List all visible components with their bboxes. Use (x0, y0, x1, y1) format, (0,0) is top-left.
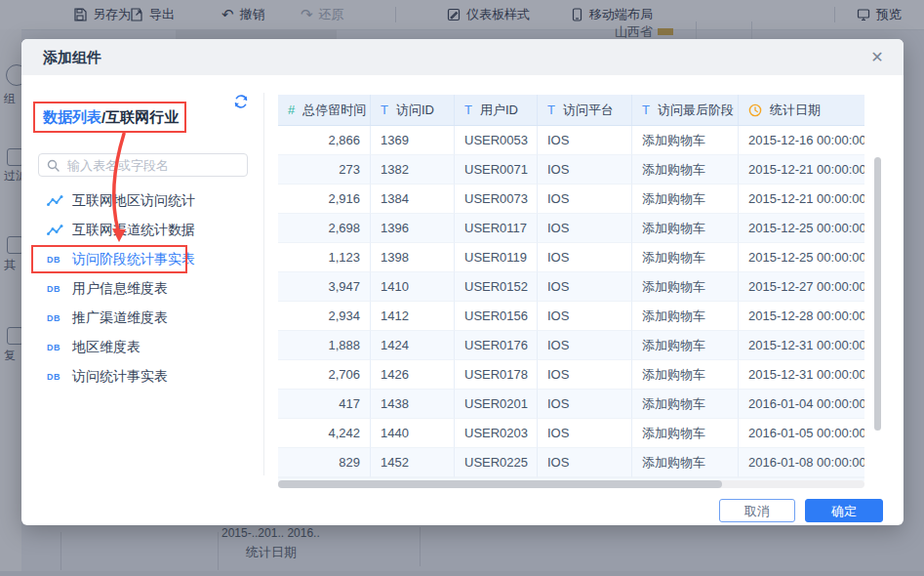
refresh-icon[interactable] (232, 93, 250, 110)
dataset-table-label: 互联网地区访问统计 (72, 192, 195, 210)
database-icon: DB (47, 372, 60, 382)
table-row: 1,8881424USER0176IOS添加购物车2015-12-31 00:0… (278, 331, 864, 360)
table-cell: 2016-01-05 00:00:00 (739, 419, 864, 448)
table-cell: 2015-12-25 00:00:00 (739, 243, 864, 272)
table-row: 2731382USER0071IOS添加购物车2015-12-21 00:00:… (278, 155, 864, 185)
table-cell: 2,706 (278, 360, 371, 390)
table-cell: 添加购物车 (632, 390, 739, 419)
column-header-label: 访问平台 (563, 102, 614, 119)
table-cell: USER0119 (455, 243, 538, 272)
table-cell: IOS (538, 155, 632, 185)
cancel-button[interactable]: 取消 (719, 499, 795, 522)
horizontal-scrollbar-thumb[interactable] (278, 480, 722, 488)
table-cell: 1410 (371, 272, 455, 302)
preview-table-header: #总停留时间T访问IDT用户IDT访问平台T访问最后阶段统计日期 (278, 95, 864, 126)
dataset-breadcrumb-annotation-box: 数据列表/互联网行业 (33, 102, 186, 133)
column-header-label: 访问ID (396, 102, 434, 119)
table-cell: 2015-12-16 00:00:00 (739, 126, 864, 155)
table-cell: IOS (538, 390, 632, 419)
dataset-table-item-6[interactable]: DB地区维度表 (21, 333, 263, 362)
table-cell: USER0156 (455, 302, 538, 331)
table-cell: 4,242 (278, 419, 371, 448)
table-cell: 添加购物车 (632, 155, 739, 185)
table-cell: 2015-12-31 00:00:00 (739, 360, 864, 390)
table-cell: 3,947 (278, 272, 371, 302)
table-cell: 添加购物车 (632, 126, 739, 155)
table-cell: USER0225 (455, 448, 538, 477)
table-cell: 273 (278, 155, 371, 185)
table-cell: 2,916 (278, 185, 371, 214)
text-type-icon: T (464, 103, 472, 117)
number-type-icon: # (288, 103, 295, 117)
confirm-button[interactable]: 确定 (805, 499, 883, 522)
table-cell: IOS (538, 243, 632, 272)
dataset-table-item-7[interactable]: DB访问统计事实表 (21, 362, 263, 391)
breadcrumb-root-link[interactable]: 数据列表 (43, 108, 101, 127)
table-cell: 2015-12-28 00:00:00 (739, 302, 864, 331)
table-cell: 2016-01-08 00:00:00 (739, 448, 864, 477)
column-header-3[interactable]: T用户ID (455, 95, 538, 125)
close-icon[interactable]: ✕ (866, 47, 888, 68)
table-cell: 添加购物车 (632, 302, 739, 331)
database-icon: DB (47, 284, 60, 294)
table-cell: 添加购物车 (632, 331, 739, 360)
modal-title: 添加组件 (43, 39, 101, 75)
table-cell: IOS (538, 272, 632, 302)
horizontal-scrollbar-track (278, 480, 864, 488)
table-cell: 2,866 (278, 126, 371, 155)
preview-table-body: 2,8661369USER0053IOS添加购物车2015-12-16 00:0… (278, 126, 864, 477)
table-row: 2,6981396USER0117IOS添加购物车2015-12-25 00:0… (278, 214, 864, 243)
table-cell: IOS (538, 360, 632, 390)
table-cell: USER0203 (455, 419, 538, 448)
table-cell: 2,934 (278, 302, 371, 331)
table-cell: 829 (278, 448, 371, 477)
column-header-label: 总停留时间 (302, 102, 366, 119)
text-type-icon: T (547, 103, 555, 117)
dataset-table-item-4[interactable]: DB用户信息维度表 (21, 274, 263, 304)
dataset-table-item-3[interactable]: DB访问阶段统计事实表 (21, 245, 263, 274)
table-cell: 1382 (371, 155, 455, 185)
dataset-table-item-1[interactable]: 互联网地区访问统计 (21, 186, 263, 216)
line-chart-icon (47, 195, 63, 207)
search-input[interactable] (65, 157, 247, 174)
column-header-4[interactable]: T访问平台 (538, 95, 632, 125)
table-cell: 添加购物车 (632, 272, 739, 302)
table-cell: 添加购物车 (632, 448, 739, 477)
dataset-table-label: 互联网渠道统计数据 (72, 222, 195, 239)
table-row: 4,2421440USER0203IOS添加购物车2016-01-05 00:0… (278, 419, 864, 448)
column-header-6[interactable]: 统计日期 (739, 95, 864, 125)
database-icon: DB (47, 343, 60, 352)
column-header-label: 用户ID (480, 102, 518, 119)
table-cell: 1398 (371, 243, 455, 272)
add-component-modal: 添加组件 ✕ 数据列表/互联网行业 互联网地区访问统计互联网渠道统计数据DB访问… (21, 39, 904, 525)
column-header-1[interactable]: #总停留时间 (278, 95, 371, 125)
table-cell: USER0176 (455, 331, 538, 360)
table-cell: IOS (538, 214, 632, 243)
table-row: 2,9161384USER0073IOS添加购物车2015-12-21 00:0… (278, 185, 864, 214)
table-cell: IOS (538, 419, 632, 448)
table-cell: 1369 (371, 126, 455, 155)
table-search (38, 153, 248, 177)
table-cell: IOS (538, 331, 632, 360)
dataset-table-item-2[interactable]: 互联网渠道统计数据 (21, 216, 263, 245)
table-cell: 1438 (371, 390, 455, 419)
table-cell: 添加购物车 (632, 214, 739, 243)
dataset-table-item-5[interactable]: DB推广渠道维度表 (21, 304, 263, 333)
table-row: 2,9341412USER0156IOS添加购物车2015-12-28 00:0… (278, 302, 864, 331)
dataset-table-label: 地区维度表 (72, 339, 141, 356)
vertical-scrollbar[interactable] (874, 157, 881, 431)
column-header-2[interactable]: T访问ID (371, 95, 455, 125)
table-cell: 1424 (371, 331, 455, 360)
dataset-table-label: 访问统计事实表 (72, 368, 168, 386)
table-cell: 2,698 (278, 214, 371, 243)
table-cell: 2015-12-21 00:00:00 (739, 185, 864, 214)
table-cell: USER0117 (455, 214, 538, 243)
table-cell: IOS (538, 448, 632, 477)
table-cell: 1452 (371, 448, 455, 477)
column-header-5[interactable]: T访问最后阶段 (632, 95, 739, 125)
table-cell: 2016-01-04 00:00:00 (739, 390, 864, 419)
text-type-icon: T (642, 103, 650, 117)
table-cell: 1426 (371, 360, 455, 390)
database-icon: DB (47, 313, 60, 323)
table-cell: 1,123 (278, 243, 371, 272)
